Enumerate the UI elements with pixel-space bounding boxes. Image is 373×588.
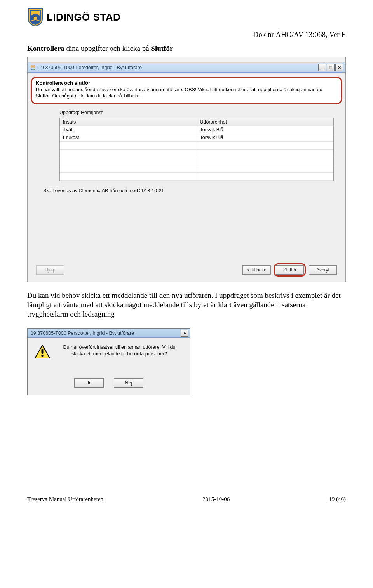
window-byt-utforare: 19 370605-T000 Persdotter, Ingrid - Byt … bbox=[27, 57, 346, 282]
close-button[interactable]: ✕ bbox=[181, 330, 188, 337]
insats-grid: Insats Utförarenhet Tvätt Torsvik Blå Fr… bbox=[59, 118, 334, 181]
cell-empty bbox=[197, 173, 334, 180]
table-row[interactable]: Frukost Torsvik Blå bbox=[60, 134, 333, 142]
page-header: LIDINGÖ STAD bbox=[27, 8, 346, 26]
footer-left: Treserva Manual Utförarenheten bbox=[27, 496, 103, 503]
table-row[interactable] bbox=[60, 165, 333, 173]
cell-empty bbox=[197, 157, 334, 165]
cell-insats: Frukost bbox=[60, 134, 197, 141]
cell-utforarenhet: Torsvik Blå bbox=[197, 134, 334, 141]
dialog-title: 19 370605-T000 Persdotter, Ingrid - Byt … bbox=[31, 331, 134, 336]
window-titlebar: 19 370605-T000 Persdotter, Ingrid - Byt … bbox=[28, 63, 345, 73]
footer-right: 19 (46) bbox=[329, 496, 346, 503]
instruction-line: Kontrollera dina uppgifter och klicka på… bbox=[27, 44, 346, 53]
maximize-button[interactable]: □ bbox=[327, 64, 335, 71]
document-number: Dok nr ÄHO/AV 13:068, Ver E bbox=[27, 30, 346, 39]
table-row[interactable] bbox=[60, 142, 333, 150]
nej-button[interactable]: Nej bbox=[114, 378, 143, 388]
col-utforarenhet-header[interactable]: Utförarenhet bbox=[197, 118, 334, 126]
table-row[interactable] bbox=[60, 150, 333, 157]
confirm-dialog: 19 370605-T000 Persdotter, Ingrid - Byt … bbox=[27, 328, 190, 395]
minimize-button[interactable]: _ bbox=[318, 64, 326, 71]
cell-empty bbox=[60, 150, 197, 157]
logo-text: LIDINGÖ STAD bbox=[47, 11, 120, 23]
avbryt-button[interactable]: Avbryt bbox=[309, 265, 337, 275]
svg-rect-4 bbox=[42, 349, 44, 354]
dialog-message: Du har överfört insatser till en annan u… bbox=[56, 344, 183, 357]
svg-point-5 bbox=[41, 355, 43, 357]
cell-empty bbox=[60, 173, 197, 180]
footer-center: 2015-10-06 bbox=[202, 496, 230, 503]
transfer-text: Skall övertas av Clementia AB från och m… bbox=[43, 188, 345, 193]
dialog-titlebar: 19 370605-T000 Persdotter, Ingrid - Byt … bbox=[28, 329, 190, 338]
paragraph-meddelande: Du kan vid behov skicka ett meddelande t… bbox=[27, 291, 346, 319]
page-footer: Treserva Manual Utförarenheten 2015-10-0… bbox=[27, 496, 346, 503]
cell-insats: Tvätt bbox=[60, 126, 197, 134]
cell-empty bbox=[60, 165, 197, 172]
table-row[interactable] bbox=[60, 157, 333, 165]
uppdrag-label: Uppdrag: Hemtjänst bbox=[59, 110, 345, 115]
highlight-title: Kontrollera och slutför bbox=[36, 80, 337, 86]
slutfor-button[interactable]: Slutför bbox=[276, 265, 304, 275]
cell-empty bbox=[60, 157, 197, 165]
logo-shield-icon bbox=[27, 8, 44, 26]
cell-empty bbox=[197, 150, 334, 157]
cell-empty bbox=[60, 142, 197, 149]
cell-empty bbox=[197, 142, 334, 149]
close-button[interactable]: ✕ bbox=[335, 64, 343, 71]
table-row[interactable] bbox=[60, 173, 333, 181]
person-icon bbox=[30, 64, 36, 71]
highlight-body: Du har valt att nedanstående insatser sk… bbox=[36, 87, 337, 99]
warning-icon bbox=[35, 345, 50, 359]
cell-utforarenhet: Torsvik Blå bbox=[197, 126, 334, 134]
back-button[interactable]: < Tillbaka bbox=[242, 265, 271, 275]
svg-point-1 bbox=[31, 65, 33, 68]
partial-top-strip bbox=[28, 57, 345, 63]
table-row[interactable]: Tvätt Torsvik Blå bbox=[60, 126, 333, 134]
ja-button[interactable]: Ja bbox=[74, 378, 104, 388]
window-title: 19 370605-T000 Persdotter, Ingrid - Byt … bbox=[38, 65, 142, 70]
highlight-kontrollera: Kontrollera och slutför Du har valt att … bbox=[31, 77, 342, 104]
svg-point-2 bbox=[33, 65, 35, 68]
help-button[interactable]: Hjälp bbox=[36, 265, 64, 275]
cell-empty bbox=[197, 165, 334, 172]
slutfor-highlight: Slutför bbox=[274, 263, 306, 277]
col-insats-header[interactable]: Insats bbox=[60, 118, 197, 126]
